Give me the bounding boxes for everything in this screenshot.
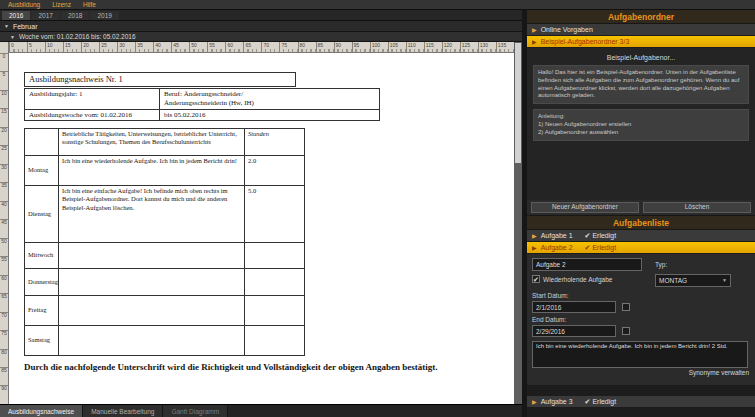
confirmation-text: Durch die nachfolgende Unterschrift wird… bbox=[24, 362, 486, 374]
beispiel-aufgabenordner-header[interactable]: ▶ Beispiel-Aufgabenordner 3/3 bbox=[527, 36, 755, 48]
month-section-header[interactable]: ▼ Februar bbox=[0, 21, 522, 32]
week-section-header[interactable]: ▼ Woche vom: 01.02.2016 bis: 05.02.2016 bbox=[0, 32, 522, 42]
menu-lizenz[interactable]: Lizenz bbox=[47, 0, 76, 9]
day-label: Donnerstag bbox=[25, 269, 59, 296]
hours-cell: 5.0 bbox=[245, 186, 305, 243]
day-label: Montag bbox=[25, 156, 59, 186]
status-label: Erledigt bbox=[592, 398, 616, 405]
activity-cell bbox=[59, 326, 245, 356]
hours-cell bbox=[245, 269, 305, 296]
tab-year-2017[interactable]: 2017 bbox=[31, 11, 59, 20]
chevron-down-icon: ▼ bbox=[4, 23, 9, 29]
info-description: Hallo! Das hier ist ein Beispiel-Aufgabe… bbox=[533, 65, 749, 104]
scrollbar-thumb[interactable] bbox=[515, 43, 521, 163]
activities-header-cell: Betriebliche Tätigkeiten, Unterweisungen… bbox=[59, 129, 245, 156]
tab-year-2019[interactable]: 2019 bbox=[90, 11, 118, 20]
activity-cell bbox=[59, 243, 245, 269]
aufgabe-2-header[interactable]: ▶ Aufgabe 2 ✔ Erledigt bbox=[527, 242, 755, 254]
task-description-textarea[interactable]: Ich bin eine wiederholende Aufgabe. Ich … bbox=[532, 341, 748, 368]
aufgabe-2-label: Aufgabe 2 bbox=[541, 244, 573, 251]
check-icon: ✔ bbox=[585, 398, 591, 405]
online-vorgaben-header[interactable]: ▶ Online Vorgaben bbox=[527, 24, 755, 36]
beruf-text: Beruf: Änderungsschneider/ Änderungsschn… bbox=[164, 90, 276, 108]
status-label: Erledigt bbox=[592, 232, 616, 239]
table-row: Montag Ich bin eine wiederholende Aufgab… bbox=[25, 156, 305, 186]
aufgabe-3-label: Aufgabe 3 bbox=[541, 398, 573, 405]
loeschen-button[interactable]: Löschen bbox=[643, 202, 751, 213]
hours-header-cell: Stunden bbox=[245, 129, 305, 156]
ausbildungsjahr-cell: Ausbildungsjahr: 1 bbox=[25, 89, 160, 110]
task-form: Aufgabe 2 Typ: MONTAG ▼ ✔ Wiederholende … bbox=[527, 254, 755, 386]
chevron-right-icon: ▶ bbox=[532, 398, 537, 405]
info-title: Beispiel-Aufgabenor... bbox=[533, 54, 749, 61]
aufgabe-2-status: ✔ Erledigt bbox=[585, 244, 617, 251]
chevron-down-icon: ▼ bbox=[10, 34, 15, 40]
start-datum-label: Start Datum: bbox=[532, 292, 568, 299]
aufgabe-3-status: ✔ Erledigt bbox=[585, 398, 617, 405]
activity-cell: Ich bin eine einfache Aufgabe! Ich befin… bbox=[59, 186, 245, 243]
table-row: Donnerstag bbox=[25, 269, 305, 296]
report-week-table: Betriebliche Tätigkeiten, Unterweisungen… bbox=[24, 128, 305, 356]
end-datum-label: End Datum: bbox=[532, 316, 566, 323]
week-label: Woche vom: 01.02.2016 bis: 05.02.2016 bbox=[19, 33, 136, 40]
start-datum-input[interactable]: 2/1/2016 bbox=[532, 301, 616, 313]
chevron-down-icon: ▼ bbox=[722, 276, 727, 285]
bottom-tab-bar: Ausbildungsnachweise Manuelle Bearbeitun… bbox=[0, 404, 522, 417]
table-header-row: Betriebliche Tätigkeiten, Unterweisungen… bbox=[25, 129, 305, 156]
start-datum-checkbox[interactable] bbox=[622, 303, 630, 311]
aufgabe-1-label: Aufgabe 1 bbox=[541, 232, 573, 239]
day-label: Dienstag bbox=[25, 186, 59, 243]
typ-select[interactable]: MONTAG ▼ bbox=[655, 274, 731, 287]
activity-cell: Ich bin eine wiederholende Aufgabe. Ich … bbox=[59, 156, 245, 186]
typ-label: Typ: bbox=[655, 261, 667, 268]
check-icon: ✔ bbox=[585, 232, 591, 239]
bis-cell: bis 05.02.2016 bbox=[160, 109, 380, 121]
hours-cell bbox=[245, 296, 305, 326]
check-icon: ✔ bbox=[585, 244, 591, 251]
tab-manuelle-bearbeitung[interactable]: Manuelle Bearbeitung bbox=[83, 405, 163, 417]
chevron-right-icon: ▶ bbox=[532, 232, 537, 239]
app-window: Ausbildung Lizenz Hilfe 2016 2017 2018 2… bbox=[0, 0, 755, 417]
status-label: Erledigt bbox=[592, 244, 616, 251]
menu-ausbildung[interactable]: Ausbildung bbox=[3, 0, 45, 9]
hours-cell: 2.0 bbox=[245, 156, 305, 186]
end-datum-checkbox[interactable] bbox=[622, 327, 630, 335]
right-panel: Aufgabenordner ▶ Online Vorgaben ▶ Beisp… bbox=[527, 10, 755, 417]
beispiel-aufgabenordner-label: Beispiel-Aufgabenordner 3/3 bbox=[541, 38, 630, 45]
aufgabenordner-title: Aufgabenordner bbox=[527, 10, 755, 24]
year-tabs: 2016 2017 2018 2019 bbox=[0, 10, 522, 21]
info-anleitung: Anleitung: 1) Neuen Aufgabenordner erste… bbox=[533, 109, 749, 140]
report-title: Ausbildungsnachweis Nr. 1 bbox=[24, 72, 296, 87]
aufgabe-3-header[interactable]: ▶ Aufgabe 3 ✔ Erledigt bbox=[527, 396, 755, 408]
day-label: Samstag bbox=[25, 326, 59, 356]
panel-gap bbox=[527, 386, 755, 396]
aufgabenliste-title: Aufgabenliste bbox=[527, 216, 755, 230]
end-datum-input[interactable]: 2/29/2016 bbox=[532, 325, 616, 337]
aufgabenordner-buttons: Neuer Aufgabenordner Löschen bbox=[527, 200, 755, 216]
synonyme-verwalten-button[interactable]: Synonyme verwalten bbox=[689, 369, 749, 376]
hours-cell bbox=[245, 326, 305, 356]
panel-filler bbox=[527, 408, 755, 417]
document-scrollbar[interactable] bbox=[514, 42, 522, 404]
beruf-cell: Beruf: Änderungsschneider/ Änderungsschn… bbox=[160, 89, 380, 110]
tab-year-2016[interactable]: 2016 bbox=[2, 11, 30, 20]
tab-year-2018[interactable]: 2018 bbox=[61, 11, 89, 20]
wiederholende-checkbox[interactable]: ✔ bbox=[532, 275, 540, 283]
chevron-right-icon: ▶ bbox=[532, 244, 537, 251]
month-label: Februar bbox=[13, 23, 38, 30]
table-row: Samstag bbox=[25, 326, 305, 356]
report-page: Ausbildungsnachweis Nr. 1 Ausbildungsjah… bbox=[9, 53, 514, 404]
aufgabe-1-status: ✔ Erledigt bbox=[585, 232, 617, 239]
menu-hilfe[interactable]: Hilfe bbox=[78, 0, 101, 9]
tab-gantt-diagramm[interactable]: Gantt Diagramm bbox=[163, 405, 228, 417]
typ-selected-value: MONTAG bbox=[659, 276, 687, 285]
document-viewport: 0510152025303540455055606570758085909510… bbox=[0, 42, 522, 404]
task-name-input[interactable]: Aufgabe 2 bbox=[532, 258, 642, 271]
day-label: Mittwoch bbox=[25, 243, 59, 269]
table-row: Freitag bbox=[25, 296, 305, 326]
aufgabe-1-header[interactable]: ▶ Aufgabe 1 ✔ Erledigt bbox=[527, 230, 755, 242]
online-vorgaben-label: Online Vorgaben bbox=[541, 26, 593, 33]
wiederholende-aufgabe-row[interactable]: ✔ Wiederholende Aufgabe bbox=[532, 275, 612, 283]
neuer-aufgabenordner-button[interactable]: Neuer Aufgabenordner bbox=[531, 202, 639, 213]
tab-ausbildungsnachweise[interactable]: Ausbildungsnachweise bbox=[0, 405, 83, 417]
